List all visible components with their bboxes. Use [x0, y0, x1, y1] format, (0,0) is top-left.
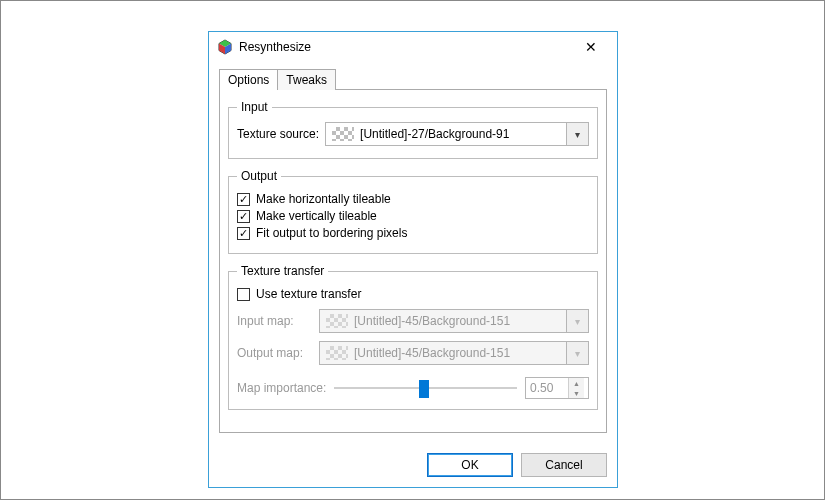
- input-map-value: [Untitled]-45/Background-151: [354, 314, 566, 328]
- texture-source-combo[interactable]: [Untitled]-27/Background-91 ▾: [325, 122, 589, 146]
- caret-up-icon: ▲: [569, 378, 584, 388]
- texture-source-label: Texture source:: [237, 127, 319, 141]
- spin-buttons: ▲ ▼: [568, 378, 584, 398]
- checker-icon: [332, 127, 354, 141]
- group-input: Input Texture source: [Untitled]-27/Back…: [228, 100, 598, 159]
- group-input-legend: Input: [237, 100, 272, 114]
- chevron-down-icon[interactable]: ▾: [566, 123, 588, 145]
- tab-strip: Options Tweaks: [219, 68, 607, 89]
- chevron-down-icon: ▾: [566, 310, 588, 332]
- map-importance-slider: [334, 387, 517, 389]
- checkbox-horizontal-tileable-label: Make horizontally tileable: [256, 192, 391, 206]
- slider-thumb: [419, 380, 429, 398]
- checkbox-vertical-tileable-label: Make vertically tileable: [256, 209, 377, 223]
- map-importance-spin: ▲ ▼: [525, 377, 589, 399]
- group-output: Output ✓ Make horizontally tileable ✓ Ma…: [228, 169, 598, 254]
- checkbox-fit-output-label: Fit output to bordering pixels: [256, 226, 407, 240]
- tab-page-options: Input Texture source: [Untitled]-27/Back…: [219, 89, 607, 433]
- output-map-label: Output map:: [237, 346, 313, 360]
- app-icon: [217, 39, 233, 55]
- map-importance-label: Map importance:: [237, 381, 326, 395]
- checkbox-use-texture-transfer-label: Use texture transfer: [256, 287, 361, 301]
- checkbox-fit-output[interactable]: ✓: [237, 227, 250, 240]
- tab-options[interactable]: Options: [219, 69, 278, 90]
- chevron-down-icon: ▾: [566, 342, 588, 364]
- group-texture-transfer-legend: Texture transfer: [237, 264, 328, 278]
- ok-button[interactable]: OK: [427, 453, 513, 477]
- close-icon[interactable]: ✕: [573, 32, 609, 62]
- input-map-label: Input map:: [237, 314, 313, 328]
- map-importance-value: [526, 378, 568, 398]
- caret-down-icon: ▼: [569, 388, 584, 398]
- texture-source-value: [Untitled]-27/Background-91: [360, 127, 566, 141]
- checkbox-use-texture-transfer[interactable]: [237, 288, 250, 301]
- input-map-combo: [Untitled]-45/Background-151 ▾: [319, 309, 589, 333]
- client-area: Options Tweaks Input Texture source: [Un…: [209, 62, 617, 443]
- tab-tweaks[interactable]: Tweaks: [278, 69, 336, 90]
- checkbox-horizontal-tileable[interactable]: ✓: [237, 193, 250, 206]
- checker-icon: [326, 314, 348, 328]
- output-map-value: [Untitled]-45/Background-151: [354, 346, 566, 360]
- resynthesize-dialog: Resynthesize ✕ Options Tweaks Input Text…: [208, 31, 618, 488]
- dialog-title: Resynthesize: [239, 40, 573, 54]
- group-output-legend: Output: [237, 169, 281, 183]
- output-map-combo: [Untitled]-45/Background-151 ▾: [319, 341, 589, 365]
- dialog-buttons: OK Cancel: [209, 443, 617, 487]
- cancel-button[interactable]: Cancel: [521, 453, 607, 477]
- titlebar: Resynthesize ✕: [209, 32, 617, 62]
- checkbox-vertical-tileable[interactable]: ✓: [237, 210, 250, 223]
- group-texture-transfer: Texture transfer Use texture transfer In…: [228, 264, 598, 410]
- checker-icon: [326, 346, 348, 360]
